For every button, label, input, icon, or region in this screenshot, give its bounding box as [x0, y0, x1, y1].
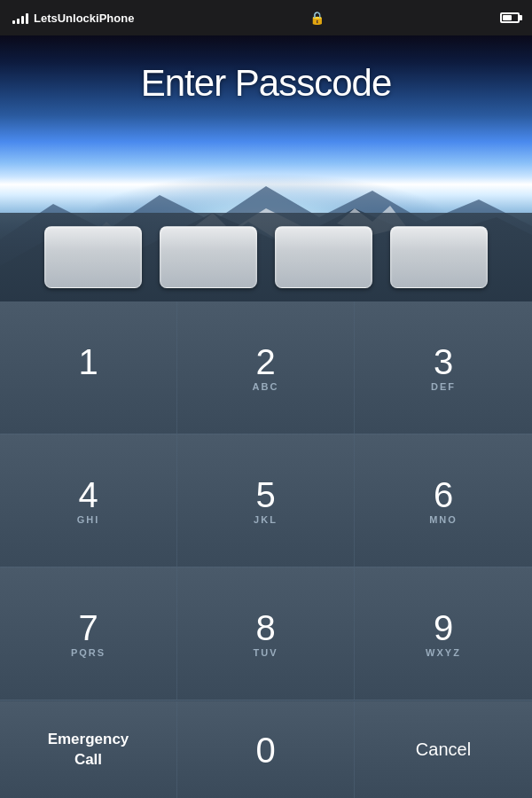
key-9[interactable]: 9 WXYZ [355, 567, 532, 700]
key-8-letters: TUV [254, 647, 278, 658]
key-6[interactable]: 6 MNO [355, 434, 532, 567]
key-4-letters: GHI [77, 514, 100, 525]
status-bar: LetsUnlockiPhone 🔒 [0, 0, 532, 35]
key-2-number: 2 [255, 344, 275, 379]
passcode-box-2 [160, 226, 257, 288]
keypad-grid: 1 2 ABC 3 DEF 4 GHI 5 JKL 6 MNO 7 PQRS [0, 301, 532, 700]
signal-bar-4 [26, 13, 28, 24]
status-left: LetsUnlockiPhone [12, 12, 134, 25]
key-2-letters: ABC [253, 381, 279, 392]
key-6-letters: MNO [429, 514, 458, 525]
key-7-letters: PQRS [71, 647, 106, 658]
key-8-number: 8 [255, 610, 275, 645]
signal-bar-3 [21, 16, 24, 24]
key-5-letters: JKL [254, 514, 278, 525]
lock-icon: 🔒 [309, 11, 325, 25]
key-1-number: 1 [78, 344, 98, 379]
wallpaper-area: Enter Passcode [0, 35, 532, 301]
key-3[interactable]: 3 DEF [355, 301, 532, 434]
key-9-number: 9 [434, 610, 453, 645]
key-1[interactable]: 1 [0, 301, 177, 434]
signal-icon [12, 12, 28, 24]
page-title: Enter Passcode [141, 62, 392, 105]
key-4[interactable]: 4 GHI [0, 434, 177, 567]
passcode-box-1 [44, 226, 142, 288]
key-3-number: 3 [434, 344, 453, 379]
passcode-box-3 [275, 226, 372, 288]
battery-fill [503, 15, 512, 20]
cancel-button[interactable]: Cancel [355, 701, 532, 798]
key-3-letters: DEF [431, 381, 456, 392]
key-6-number: 6 [434, 477, 453, 512]
battery-icon [500, 12, 520, 23]
key-1-letters [86, 381, 90, 392]
key-0[interactable]: 0 [177, 701, 355, 798]
key-7[interactable]: 7 PQRS [0, 567, 177, 700]
cancel-label: Cancel [416, 739, 471, 760]
key-9-letters: WXYZ [426, 647, 461, 658]
key-4-number: 4 [78, 477, 98, 512]
key-7-number: 7 [78, 610, 98, 645]
key-0-number: 0 [255, 732, 275, 768]
key-8[interactable]: 8 TUV [177, 567, 355, 700]
signal-bar-2 [17, 19, 20, 24]
keypad-bottom-row: EmergencyCall 0 Cancel [0, 700, 532, 798]
passcode-input-area [0, 213, 532, 301]
keypad-area: 1 2 ABC 3 DEF 4 GHI 5 JKL 6 MNO 7 PQRS [0, 301, 532, 798]
emergency-call-button[interactable]: EmergencyCall [0, 701, 177, 798]
key-5[interactable]: 5 JKL [177, 434, 355, 567]
key-5-number: 5 [255, 477, 275, 512]
passcode-box-4 [390, 226, 488, 288]
emergency-call-label: EmergencyCall [48, 730, 129, 769]
status-center: 🔒 [309, 11, 325, 25]
signal-bar-1 [12, 20, 15, 24]
key-2[interactable]: 2 ABC [177, 301, 355, 434]
status-right [500, 12, 520, 23]
carrier-label: LetsUnlockiPhone [34, 12, 134, 25]
